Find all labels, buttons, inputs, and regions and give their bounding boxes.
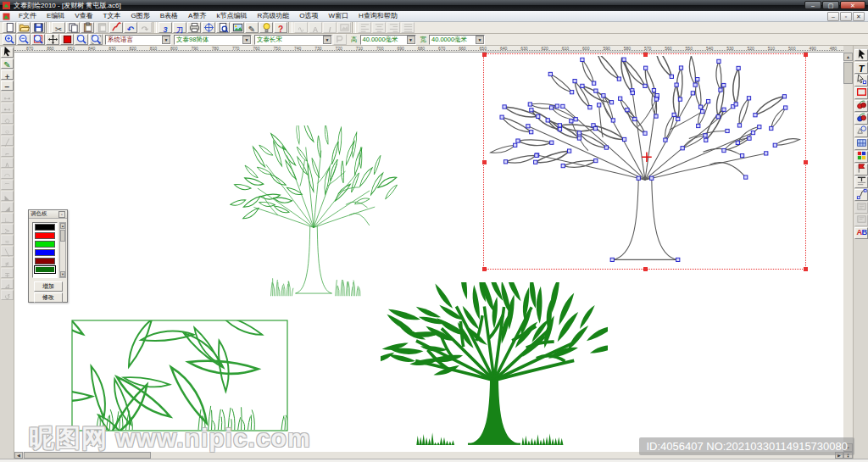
selection-handle[interactable] [482, 160, 487, 164]
print-button[interactable] [187, 22, 201, 33]
color-swatch-2[interactable] [35, 232, 55, 239]
save-button[interactable] [31, 22, 45, 33]
font-secondary-select[interactable]: 文泰长宋▼ [254, 35, 332, 45]
undo-icon: ↶ [127, 20, 134, 36]
menu-item-3[interactable]: V查看 [70, 11, 97, 21]
zoom-page-button[interactable] [31, 34, 45, 45]
cut-button[interactable]: ✂ [52, 22, 65, 33]
chevron-down-icon[interactable]: ▼ [476, 36, 484, 44]
chevron-down-icon[interactable]: ▼ [162, 36, 170, 44]
selection-handle[interactable] [804, 160, 808, 164]
tree-outline-artwork[interactable] [227, 125, 400, 300]
width-select[interactable]: 40.0000毫米▼ [429, 35, 485, 45]
text-layout-button[interactable] [854, 176, 868, 188]
ab-kern-button[interactable]: AB [854, 227, 868, 239]
node-curve-button[interactable] [854, 189, 868, 201]
menu-item-9[interactable]: R高级功能 [252, 11, 294, 21]
mirror-button[interactable]: 3 [159, 22, 172, 33]
pan-button[interactable] [46, 34, 59, 45]
zoom-all-button[interactable] [89, 34, 103, 45]
palette-modify-button[interactable]: 修改 [34, 292, 63, 303]
menu-item-8[interactable]: k节点编辑 [211, 11, 252, 21]
node-select-button[interactable] [854, 75, 868, 86]
ruler-tick-label: 800 [170, 46, 177, 51]
menu-item-1[interactable]: F文件 [14, 11, 42, 21]
paste-button[interactable] [81, 22, 94, 33]
rect-tool-button[interactable] [854, 87, 868, 99]
mdi-close-button[interactable]: ✕ [853, 12, 865, 21]
ruler-tick-label: 630 [520, 46, 527, 51]
zoom-in-button[interactable] [3, 34, 16, 45]
selection-handle[interactable] [482, 267, 487, 271]
align-right-button [387, 22, 400, 33]
scroll-up-button[interactable]: ▲ [843, 53, 853, 61]
fill-red-button[interactable] [60, 34, 74, 45]
menu-item-11[interactable]: W窗口 [323, 11, 353, 21]
language-select[interactable]: 系统语言▼ [105, 35, 171, 45]
align-center-icon [374, 22, 385, 33]
height-select[interactable]: 40.0000毫米▼ [360, 35, 416, 45]
color-swatch-6[interactable] [35, 266, 55, 273]
close-button[interactable]: ✕ [840, 1, 865, 9]
preview-button[interactable] [216, 22, 230, 33]
tree-solid-artwork[interactable] [381, 282, 608, 450]
zoom-all-icon [91, 34, 102, 45]
menu-item-12[interactable]: H查询和帮助 [353, 11, 403, 21]
grid-tool-button[interactable] [854, 138, 868, 150]
minimize-button[interactable]: – [804, 1, 821, 9]
color-swatch-5[interactable] [35, 258, 55, 264]
selection-handle[interactable] [804, 53, 808, 57]
mdi-minimize-button[interactable]: – [827, 12, 839, 21]
new-button[interactable] [3, 22, 16, 33]
bulb-button[interactable] [259, 22, 273, 33]
palette-scrollbar[interactable]: ▲▼ [59, 222, 66, 278]
select-button[interactable] [854, 49, 868, 61]
color-swatch-1[interactable] [35, 224, 55, 231]
color-swatch-4[interactable] [35, 249, 55, 256]
pic-edit-button [337, 22, 351, 33]
image-button[interactable] [231, 22, 244, 33]
knife-button[interactable]: 刀 [173, 22, 186, 33]
redo-button: ↷ [138, 22, 152, 33]
chevron-down-icon[interactable]: ▼ [407, 36, 415, 44]
undo-button[interactable]: ↶ [124, 22, 137, 33]
flag-tool-button[interactable] [854, 164, 868, 175]
color-swatch-3[interactable] [35, 241, 55, 248]
copy-button[interactable] [66, 22, 80, 33]
palette-close-icon[interactable]: ▫ [58, 211, 65, 218]
weld-blue-button[interactable] [854, 113, 868, 125]
zoom-region-button[interactable] [75, 34, 88, 45]
scroll-left-button[interactable]: ◀ [14, 452, 23, 459]
center-target-button[interactable] [202, 22, 215, 33]
text-tool-button[interactable]: T [854, 62, 868, 74]
menu-item-4[interactable]: T文本 [98, 11, 126, 21]
pen-edit-button[interactable]: ✎ [245, 22, 259, 33]
chevron-down-icon[interactable]: ▼ [323, 36, 331, 44]
selection-handle[interactable] [482, 53, 487, 57]
leaf-panel-artwork[interactable] [71, 320, 288, 431]
zoom-out-button[interactable] [17, 34, 31, 45]
color-dots-button[interactable] [854, 151, 868, 163]
new-icon [4, 22, 15, 33]
selection-handle[interactable] [804, 267, 808, 271]
weld-red-button[interactable] [854, 100, 868, 112]
help-button[interactable]: ? [274, 22, 287, 33]
menu-item-7[interactable]: A整齐 [183, 11, 211, 21]
vscroll-thumb[interactable] [843, 62, 853, 84]
format-brush-button[interactable] [109, 22, 123, 33]
vertical-scrollbar[interactable]: ▲ ▼ [843, 53, 853, 452]
palette-add-button[interactable]: 增加 [34, 281, 63, 292]
window-title: 文泰刻绘2010 - [发财树 黄屯版.ac6] [14, 1, 121, 10]
align-left-icon [359, 22, 370, 33]
chevron-down-icon[interactable]: ▼ [242, 36, 251, 44]
mdi-restore-button[interactable]: ▫ [840, 12, 852, 21]
font-main-select[interactable]: 文泰98简体▼ [174, 35, 252, 45]
open-button[interactable] [17, 22, 31, 33]
maximize-button[interactable]: ▢ [822, 1, 839, 9]
drawing-canvas[interactable] [14, 53, 843, 452]
shape-zoom-button[interactable] [854, 125, 868, 137]
elastic-node-icon: ↺ [4, 287, 10, 303]
tree-node-edit-artwork[interactable] [489, 56, 801, 268]
zoom-out-icon [19, 34, 30, 45]
save-icon [33, 22, 44, 33]
